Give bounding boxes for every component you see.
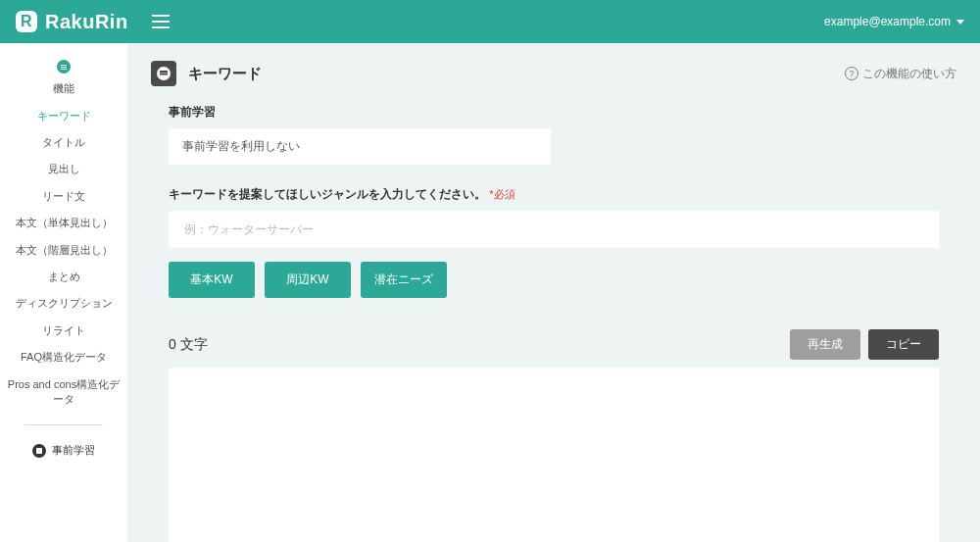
page-header: キーワード ? この機能の使い方: [151, 61, 956, 86]
sidebar-item-proscons[interactable]: Pros and cons構造化データ: [0, 371, 127, 414]
user-menu[interactable]: example@example.com: [824, 15, 964, 28]
result-header: 0 文字 再生成 コピー: [169, 329, 939, 360]
basic-kw-button[interactable]: 基本KW: [169, 262, 255, 298]
help-link-text: この機能の使い方: [862, 66, 956, 82]
sidebar-item-faq[interactable]: FAQ構造化データ: [0, 344, 127, 370]
regenerate-button[interactable]: 再生成: [790, 329, 860, 360]
brand-name: RakuRin: [45, 11, 128, 33]
sidebar-divider: [24, 424, 103, 425]
user-email: example@example.com: [824, 15, 951, 28]
logo-mark-icon: R: [16, 11, 37, 32]
main-content: キーワード ? この機能の使い方 事前学習 事前学習を利用しない キーワードを提…: [127, 43, 980, 542]
latent-needs-button[interactable]: 潜在ニーズ: [361, 262, 447, 298]
generate-button-row: 基本KW 周辺KW 潜在ニーズ: [169, 262, 939, 298]
sidebar-item-body-hierarchy[interactable]: 本文（階層見出し）: [0, 237, 127, 264]
genre-input[interactable]: [169, 211, 939, 248]
sidebar-item-body-single[interactable]: 本文（単体見出し）: [0, 210, 127, 236]
sidebar-item-heading[interactable]: 見出し: [0, 156, 127, 182]
sidebar-item-lead[interactable]: リード文: [0, 183, 127, 210]
sidebar-item-title[interactable]: タイトル: [0, 129, 127, 156]
help-link[interactable]: ? この機能の使い方: [845, 66, 956, 82]
page-icon: [151, 61, 176, 86]
form-section: 事前学習 事前学習を利用しない キーワードを提案してほしいジャンルを入力してくだ…: [151, 104, 956, 542]
chevron-down-icon: [956, 20, 964, 25]
sidebar-secondary-label: 事前学習: [52, 443, 95, 458]
menu-toggle-icon[interactable]: [152, 15, 170, 28]
question-circle-icon: ?: [845, 67, 858, 80]
genre-label: キーワードを提案してほしいジャンルを入力してください。 *必須: [169, 186, 939, 203]
sidebar-item-rewrite[interactable]: リライト: [0, 318, 127, 344]
sidebar-item-keyword[interactable]: キーワード: [0, 103, 127, 129]
app-header: R RakuRin example@example.com: [0, 0, 980, 43]
copy-button[interactable]: コピー: [868, 329, 939, 360]
brand-logo[interactable]: R RakuRin: [16, 11, 128, 33]
required-badge: *必須: [489, 188, 514, 200]
result-textarea[interactable]: [169, 368, 939, 542]
page-title: キーワード: [188, 65, 262, 83]
sidebar-item-summary[interactable]: まとめ: [0, 264, 127, 290]
sidebar: 機能 キーワード タイトル 見出し リード文 本文（単体見出し） 本文（階層見出…: [0, 43, 127, 542]
char-count: 0 文字: [169, 336, 208, 354]
speech-bubble-icon: [32, 444, 46, 458]
sidebar-item-prelearning[interactable]: 事前学習: [32, 437, 95, 464]
prelearning-label: 事前学習: [169, 104, 939, 121]
sidebar-item-features[interactable]: 機能: [0, 75, 127, 102]
prelearning-select[interactable]: 事前学習を利用しない: [169, 128, 551, 165]
speech-bubble-icon: [57, 55, 71, 74]
sidebar-item-description[interactable]: ディスクリプション: [0, 290, 127, 317]
speech-bubble-icon: [157, 67, 171, 80]
peripheral-kw-button[interactable]: 周辺KW: [265, 262, 351, 298]
result-actions: 再生成 コピー: [790, 329, 939, 360]
